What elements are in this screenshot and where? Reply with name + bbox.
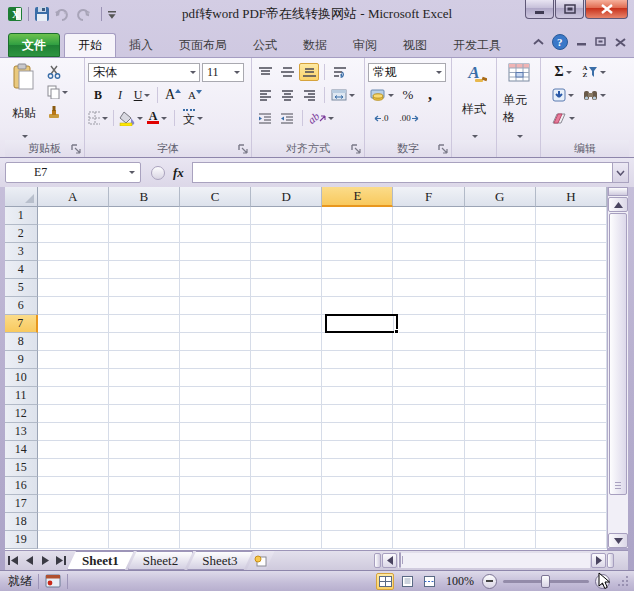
- cell-H10[interactable]: [536, 369, 607, 387]
- cell-H5[interactable]: [536, 279, 607, 297]
- cell-G6[interactable]: [465, 297, 536, 315]
- find-select-button[interactable]: [579, 86, 609, 104]
- underline-button[interactable]: U: [132, 86, 152, 104]
- cell-A7[interactable]: [38, 315, 109, 333]
- cell-G14[interactable]: [465, 441, 536, 459]
- cell-F14[interactable]: [393, 441, 464, 459]
- cell-G7[interactable]: [465, 315, 536, 333]
- cell-G4[interactable]: [465, 261, 536, 279]
- cell-A8[interactable]: [38, 333, 109, 351]
- cell-F7[interactable]: [394, 315, 465, 333]
- cell-G9[interactable]: [465, 351, 536, 369]
- cell-D3[interactable]: [251, 243, 322, 261]
- cell-H2[interactable]: [536, 225, 607, 243]
- ribbon-tab-8[interactable]: 开发工具: [440, 33, 514, 57]
- cell-E8[interactable]: [322, 333, 393, 351]
- macro-record-icon[interactable]: [45, 574, 61, 588]
- zoom-level-text[interactable]: 100%: [446, 574, 474, 589]
- cell-D17[interactable]: [251, 495, 322, 513]
- align-bottom-button[interactable]: [299, 63, 319, 81]
- cell-E1[interactable]: [322, 207, 393, 225]
- horizontal-split-handle[interactable]: [607, 553, 614, 568]
- styles-button[interactable]: A 样式: [459, 61, 489, 140]
- copy-icon[interactable]: [44, 83, 70, 101]
- column-header-H[interactable]: H: [536, 187, 607, 207]
- window-minimize-icon[interactable]: [576, 38, 587, 47]
- orientation-button[interactable]: ab: [308, 109, 334, 127]
- cell-H14[interactable]: [536, 441, 607, 459]
- cell-F15[interactable]: [393, 459, 464, 477]
- row-header-17[interactable]: 17: [5, 495, 38, 513]
- select-all-corner[interactable]: [5, 187, 38, 207]
- cell-D18[interactable]: [251, 513, 322, 531]
- cell-E2[interactable]: [322, 225, 393, 243]
- vertical-split-handle[interactable]: [608, 187, 628, 196]
- ribbon-tab-3[interactable]: 页面布局: [166, 33, 240, 57]
- cell-A15[interactable]: [38, 459, 109, 477]
- first-sheet-button[interactable]: [5, 553, 21, 569]
- scroll-up-button[interactable]: [608, 197, 628, 212]
- cell-A13[interactable]: [38, 423, 109, 441]
- font-size-combo[interactable]: 11: [202, 63, 244, 82]
- increase-indent-button[interactable]: [277, 109, 297, 127]
- paste-button[interactable]: 粘贴: [8, 61, 40, 140]
- customize-qat-button[interactable]: [107, 5, 117, 23]
- cell-H18[interactable]: [536, 513, 607, 531]
- cell-F2[interactable]: [393, 225, 464, 243]
- zoom-slider-track[interactable]: [503, 580, 589, 583]
- cell-E18[interactable]: [322, 513, 393, 531]
- cell-B6[interactable]: [109, 297, 180, 315]
- cell-G17[interactable]: [465, 495, 536, 513]
- cell-F19[interactable]: [393, 531, 464, 549]
- cell-D19[interactable]: [251, 531, 322, 549]
- cell-C18[interactable]: [180, 513, 251, 531]
- cell-A6[interactable]: [38, 297, 109, 315]
- undo-button[interactable]: [53, 5, 73, 23]
- cell-D10[interactable]: [251, 369, 322, 387]
- format-painter-icon[interactable]: [44, 103, 64, 121]
- cell-G16[interactable]: [465, 477, 536, 495]
- cell-D12[interactable]: [251, 405, 322, 423]
- cell-C10[interactable]: [180, 369, 251, 387]
- sort-filter-button[interactable]: AZ: [579, 63, 609, 81]
- cell-H11[interactable]: [536, 387, 607, 405]
- ribbon-tab-2[interactable]: 插入: [116, 33, 166, 57]
- cell-B2[interactable]: [109, 225, 180, 243]
- cell-E12[interactable]: [322, 405, 393, 423]
- cell-A4[interactable]: [38, 261, 109, 279]
- bold-button[interactable]: B: [88, 86, 108, 104]
- close-button[interactable]: [585, 0, 628, 19]
- cell-G18[interactable]: [465, 513, 536, 531]
- cell-B7[interactable]: [109, 315, 180, 333]
- cell-B14[interactable]: [109, 441, 180, 459]
- cell-G3[interactable]: [465, 243, 536, 261]
- cell-E16[interactable]: [322, 477, 393, 495]
- expand-formula-bar-icon[interactable]: [612, 162, 629, 183]
- cell-D8[interactable]: [251, 333, 322, 351]
- cell-C17[interactable]: [180, 495, 251, 513]
- cell-E14[interactable]: [322, 441, 393, 459]
- cell-A9[interactable]: [38, 351, 109, 369]
- cell-G1[interactable]: [465, 207, 536, 225]
- cell-E10[interactable]: [322, 369, 393, 387]
- cell-E3[interactable]: [322, 243, 393, 261]
- cell-F17[interactable]: [393, 495, 464, 513]
- cell-E17[interactable]: [322, 495, 393, 513]
- collapse-ribbon-icon[interactable]: [533, 38, 544, 46]
- insert-function-icon[interactable]: fx: [173, 165, 184, 181]
- decrease-indent-button[interactable]: [255, 109, 275, 127]
- cell-H9[interactable]: [536, 351, 607, 369]
- cell-F5[interactable]: [393, 279, 464, 297]
- cell-C12[interactable]: [180, 405, 251, 423]
- number-dialog-launcher[interactable]: [438, 144, 449, 155]
- cell-A3[interactable]: [38, 243, 109, 261]
- cell-A12[interactable]: [38, 405, 109, 423]
- name-box[interactable]: E7: [5, 162, 141, 183]
- vertical-scroll-thumb[interactable]: [609, 213, 627, 495]
- row-header-16[interactable]: 16: [5, 477, 38, 495]
- cell-D16[interactable]: [251, 477, 322, 495]
- font-dialog-launcher[interactable]: [238, 144, 249, 155]
- row-header-15[interactable]: 15: [5, 459, 38, 477]
- cell-C7[interactable]: [180, 315, 251, 333]
- cell-H12[interactable]: [536, 405, 607, 423]
